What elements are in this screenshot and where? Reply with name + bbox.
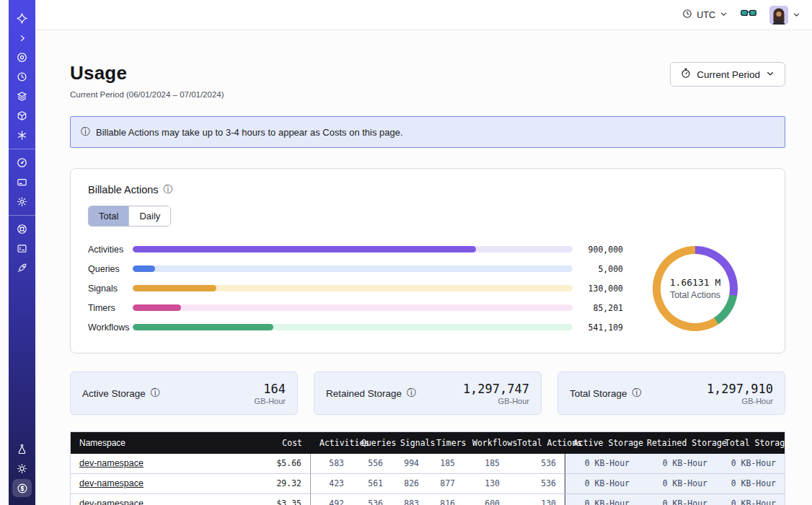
storage-card-label: Retained Storage [326,388,402,399]
bar-track [133,265,573,272]
col-namespace: Namespace [71,432,242,454]
sidebar-divider [9,215,35,216]
namespace-link[interactable]: dev-namespace [79,478,144,488]
storage-card-label: Total Storage [570,388,627,399]
bar-value: 130,000 [573,284,623,294]
queries-cell: 556 [353,454,392,474]
clock-icon [682,9,692,21]
period-selector-button[interactable]: Current Period [670,62,785,87]
bar-label: Activities [88,245,133,255]
active-storage-cell: 0 KB-Hour [565,494,638,505]
cost-cell: $3.35 [242,494,311,505]
bar-fill [133,304,181,311]
feedback-glasses-icon[interactable] [741,8,756,22]
timezone-selector[interactable]: UTC [682,9,728,21]
table-header-row: Namespace Cost Activities Queries Signal… [71,432,785,454]
bar-value: 5,000 [573,264,623,274]
signals-cell: 994 [392,454,428,474]
storage-summary-row: Active Storageⓘ 164GB-Hour Retained Stor… [70,372,785,415]
billing-card-icon[interactable] [9,172,35,192]
page-subtitle: Current Period (06/01/2024 – 07/01/2024) [70,90,224,99]
col-workflows: Workflows [464,432,508,454]
bar-row: Queries 5,000 [88,259,623,278]
page-title: Usage [70,62,224,84]
chevron-down-icon [793,9,800,22]
support-lifebuoy-icon[interactable] [9,219,35,239]
theme-sun-icon[interactable] [9,459,35,478]
col-signals: Signals [392,432,428,454]
total-storage-cell: 0 KB-Hour [716,454,785,474]
schedules-icon[interactable] [9,67,35,87]
active-storage-card: Active Storageⓘ 164GB-Hour [70,372,298,415]
sidebar [9,0,35,505]
namespace-cell: dev-namespace [71,474,242,494]
bar-row: Activities 900,000 [88,240,623,259]
get-started-rocket-icon[interactable] [9,258,35,278]
col-active-storage: Active Storage [565,432,638,454]
info-icon[interactable]: ⓘ [407,387,416,400]
bar-fill [133,265,155,272]
settings-gear-icon[interactable] [9,192,35,211]
tab-total[interactable]: Total [89,206,128,226]
temporal-logo-icon[interactable] [9,9,35,28]
col-total-storage: Total Storage [716,432,785,454]
billable-actions-card: Billable Actions ⓘ Total Daily Activitie… [70,168,785,354]
storage-card-label: Active Storage [82,388,146,399]
bar-value: 541,109 [573,322,623,333]
active-storage-cell: 0 KB-Hour [565,474,638,494]
activities-cell: 583 [311,454,353,474]
info-icon[interactable]: ⓘ [151,387,160,400]
billable-actions-tabs: Total Daily [88,206,171,227]
storage-card-value: 164 [255,382,286,396]
cost-cell: 29.32 [242,474,311,494]
storage-card-value: 1,297,910 [707,382,773,396]
retained-storage-cell: 0 KB-Hour [638,474,716,494]
info-icon[interactable]: ⓘ [164,183,173,196]
col-queries: Queries [353,432,392,454]
storage-card-unit: GB-Hour [463,397,529,405]
bar-label: Signals [88,284,133,294]
namespace-link[interactable]: dev-namespace [79,458,144,468]
workflows-cell: 185 [464,454,508,474]
chevron-down-icon [766,69,775,80]
tab-daily[interactable]: Daily [128,206,170,226]
total-storage-cell: 0 KB-Hour [716,494,785,505]
signals-cell: 883 [392,494,428,505]
deployments-cube-icon[interactable] [9,106,35,126]
retained-storage-card: Retained Storageⓘ 1,297,747GB-Hour [314,372,542,415]
user-menu[interactable] [769,6,800,25]
feedback-terminal-icon[interactable] [9,239,35,258]
active-storage-cell: 0 KB-Hour [565,454,638,474]
bar-track [133,304,573,311]
nexus-asterisk-icon[interactable] [9,126,35,145]
total-actions-cell: 536 [508,454,565,474]
namespace-usage-table: Namespace Cost Activities Queries Signal… [70,431,785,505]
bar-label: Timers [88,303,133,313]
bar-value: 85,201 [573,303,623,313]
avatar [769,6,788,25]
timers-cell: 816 [428,494,464,505]
usage-gauge-icon[interactable] [9,153,35,172]
timers-cell: 185 [428,454,464,474]
expand-chevron-icon[interactable] [9,28,35,48]
namespace-cell: dev-namespace [71,454,242,474]
retained-storage-cell: 0 KB-Hour [638,494,716,505]
billable-actions-title: Billable Actions [88,184,159,196]
bar-track [133,246,573,252]
pricing-coin-icon[interactable] [9,478,35,498]
cost-cell: $5.66 [242,454,311,474]
namespace-link[interactable]: dev-namespace [79,499,144,505]
bar-label: Queries [88,264,133,274]
bar-row: Workflows 541,109 [88,317,623,337]
bar-track [133,285,573,291]
main-content: Usage Current Period (06/01/2024 – 07/01… [35,30,812,505]
labs-flask-icon[interactable] [9,439,35,459]
bar-fill [133,324,273,330]
layers-icon[interactable] [9,87,35,106]
table-row: dev-namespace 29.32 423 561 826 877 130 … [71,474,785,494]
signals-cell: 826 [392,474,428,494]
info-icon[interactable]: ⓘ [632,387,642,400]
queries-cell: 536 [353,494,392,505]
namespaces-icon[interactable] [9,48,35,67]
total-actions-donut: 1.66131 M Total Actions [623,246,767,331]
